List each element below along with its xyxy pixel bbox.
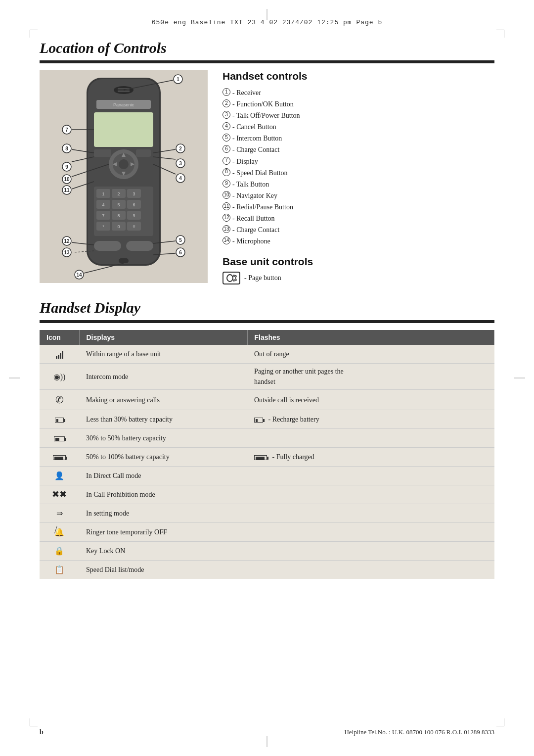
svg-text:0: 0 xyxy=(117,224,120,229)
flashes-cell-prohibit xyxy=(247,485,494,504)
control-item-7: 7 - Display xyxy=(222,156,494,167)
flashes-cell-batt3: - Fully charged xyxy=(247,448,494,467)
svg-text:5: 5 xyxy=(179,237,182,243)
table-row: Less than 30% battery capacity - Recharg… xyxy=(40,410,494,429)
svg-text:4: 4 xyxy=(179,176,182,181)
control-item-3: 3 - Talk Off/Power Button xyxy=(222,110,494,121)
flashes-cell-phone: Outside call is received xyxy=(247,390,494,410)
crop-mark-right xyxy=(514,378,525,378)
svg-text:3: 3 xyxy=(133,191,135,196)
icon-cell-prohibit: ✖✖ xyxy=(40,485,79,504)
icon-cell-intercom: ◉)) xyxy=(40,364,79,390)
battery-3-icon xyxy=(53,455,66,460)
svg-point-88 xyxy=(227,275,233,282)
svg-text:*: * xyxy=(102,224,104,229)
col-displays-header: Displays xyxy=(79,330,247,345)
svg-rect-42 xyxy=(126,241,153,251)
control-num-2: 2 xyxy=(222,99,230,107)
arrow-right-icon: ⇒ xyxy=(56,509,63,518)
control-num-8: 8 xyxy=(222,168,230,176)
control-item-10: 10 - Navigator Key xyxy=(222,190,494,201)
svg-text:10: 10 xyxy=(64,177,70,182)
display-cell-person: In Direct Call mode xyxy=(79,467,247,485)
header-text: 650e eng Baseline TXT 23 4 02 23/4/02 12… xyxy=(152,19,382,26)
footer-helpline: Helpline Tel.No. : U.K. 08700 100 076 R.… xyxy=(344,728,494,736)
svg-text:12: 12 xyxy=(64,238,70,244)
svg-rect-2 xyxy=(94,112,153,147)
icon-cell-signal xyxy=(40,345,79,364)
flashes-cell-batt2 xyxy=(247,429,494,448)
flashes-cell-intercom: Paging or another unit pages the handset xyxy=(247,364,494,390)
control-item-5: 5 - Intercom Button xyxy=(222,133,494,144)
col-flashes-header: Flashes xyxy=(247,330,494,345)
person-icon: 👤 xyxy=(54,472,64,480)
control-num-13: 13 xyxy=(222,225,230,233)
phone-bg: Panasonic xyxy=(40,70,208,283)
control-item-2: 2 - Function/OK Button xyxy=(222,98,494,110)
base-unit-heading: Base unit controls xyxy=(222,256,494,268)
table-row: 🔒 Key Lock ON xyxy=(40,542,494,561)
phone-diagram-container: Panasonic xyxy=(40,70,208,283)
display-cell-signal: Within range of a base unit xyxy=(79,345,247,364)
display-table-header-row: Icon Displays Flashes xyxy=(40,330,494,345)
handset-controls-heading: Handset controls xyxy=(222,70,494,82)
control-item-8: 8 - Speed Dial Button xyxy=(222,167,494,179)
svg-text:Panasonic: Panasonic xyxy=(113,102,134,107)
display-cell-belloff: Ringer tone temporarily OFF xyxy=(79,523,247,542)
flashes-cell-signal: Out of range xyxy=(247,345,494,364)
icon-cell-phone: ✆ xyxy=(40,390,79,410)
svg-text:7: 7 xyxy=(102,213,104,218)
lock-icon: 🔒 xyxy=(54,547,64,555)
svg-point-11 xyxy=(119,159,129,169)
svg-text:14: 14 xyxy=(76,272,82,278)
icon-cell-book: 📋 xyxy=(40,561,79,579)
table-row: 🔔/ Ringer tone temporarily OFF xyxy=(40,523,494,542)
signal-bars-icon xyxy=(56,351,63,359)
control-item-6: 6 - Charge Contact xyxy=(222,144,494,155)
table-row: ✆ Making or answering calls Outside call… xyxy=(40,390,494,410)
control-item-1: 1 - Receiver xyxy=(222,87,494,98)
reg-mark-bl xyxy=(30,718,38,726)
page-content: Location of Controls Panason xyxy=(40,40,494,716)
reg-mark-tr xyxy=(496,30,504,38)
svg-text:6: 6 xyxy=(179,250,182,255)
display-cell-arrow: In setting mode xyxy=(79,504,247,523)
flashes-cell-lock xyxy=(247,542,494,561)
control-num-12: 12 xyxy=(222,214,230,222)
prohibition-icon: ✖✖ xyxy=(52,489,67,499)
table-row: ⇒ In setting mode xyxy=(40,504,494,523)
control-num-5: 5 xyxy=(222,134,230,142)
icon-cell-lock: 🔒 xyxy=(40,542,79,561)
control-item-13: 13 - Charge Contact xyxy=(222,224,494,236)
batt3-flash-icon xyxy=(254,455,267,460)
flashes-cell-batt1: - Recharge battery xyxy=(247,410,494,429)
book-icon: 📋 xyxy=(54,566,64,574)
icon-cell-person: 👤 xyxy=(40,467,79,485)
svg-text:7: 7 xyxy=(65,127,68,133)
control-item-9: 9 - Talk Button xyxy=(222,179,494,190)
section-rule xyxy=(40,60,494,63)
svg-text:8: 8 xyxy=(65,146,68,151)
crop-mark-top xyxy=(267,9,267,20)
page-btn-svg xyxy=(226,274,237,283)
intercom-icon: ◉)) xyxy=(53,373,66,381)
svg-text:#: # xyxy=(133,224,135,229)
svg-rect-43 xyxy=(119,258,129,263)
display-cell-lock: Key Lock ON xyxy=(79,542,247,561)
handset-controls-list: 1 - Receiver 2 - Function/OK Button 3 - … xyxy=(222,87,494,247)
table-row: 50% to 100% battery capacity - Fully cha… xyxy=(40,448,494,467)
svg-text:9: 9 xyxy=(65,164,68,170)
svg-text:6: 6 xyxy=(133,202,135,207)
control-item-4: 4 - Cancel Button xyxy=(222,121,494,133)
display-cell-prohibit: In Call Prohibition mode xyxy=(79,485,247,504)
table-row: 👤 In Direct Call mode xyxy=(40,467,494,485)
flashes-cell-arrow xyxy=(247,504,494,523)
crop-mark-left xyxy=(9,378,20,378)
control-num-10: 10 xyxy=(222,191,230,199)
control-item-14: 14 - Microphone xyxy=(222,236,494,247)
reg-mark-tl xyxy=(30,30,38,38)
bell-off-icon: 🔔/ xyxy=(54,526,64,538)
svg-text:9: 9 xyxy=(133,213,135,218)
flashes-cell-person xyxy=(247,467,494,485)
icon-cell-belloff: 🔔/ xyxy=(40,523,79,542)
